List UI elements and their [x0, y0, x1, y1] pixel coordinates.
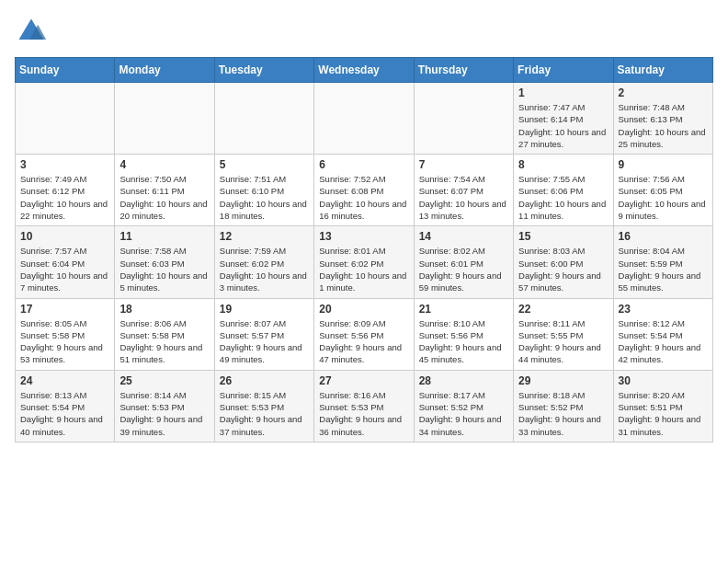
day-info: Sunrise: 7:55 AM Sunset: 6:06 PM Dayligh… [518, 173, 608, 222]
day-info: Sunrise: 7:49 AM Sunset: 6:12 PM Dayligh… [20, 173, 109, 222]
calendar-cell: 14Sunrise: 8:02 AM Sunset: 6:01 PM Dayli… [414, 226, 513, 298]
header [15, 15, 713, 48]
calendar-cell [414, 83, 513, 155]
calendar-cell: 11Sunrise: 7:58 AM Sunset: 6:03 PM Dayli… [115, 226, 214, 298]
calendar-cell: 6Sunrise: 7:52 AM Sunset: 6:08 PM Daylig… [314, 155, 414, 226]
day-number: 16 [619, 230, 708, 243]
day-number: 7 [419, 158, 508, 171]
day-info: Sunrise: 8:07 AM Sunset: 5:57 PM Dayligh… [220, 317, 309, 366]
calendar-cell: 25Sunrise: 8:14 AM Sunset: 5:53 PM Dayli… [115, 370, 214, 442]
calendar-cell: 7Sunrise: 7:54 AM Sunset: 6:07 PM Daylig… [414, 155, 513, 226]
day-number: 3 [20, 158, 109, 171]
weekday-header-friday: Friday [514, 58, 613, 83]
calendar-week-2: 3Sunrise: 7:49 AM Sunset: 6:12 PM Daylig… [16, 155, 713, 226]
calendar-cell: 16Sunrise: 8:04 AM Sunset: 5:59 PM Dayli… [613, 226, 712, 298]
calendar-cell: 19Sunrise: 8:07 AM Sunset: 5:57 PM Dayli… [214, 298, 313, 370]
day-info: Sunrise: 7:52 AM Sunset: 6:08 PM Dayligh… [319, 173, 408, 222]
logo [15, 15, 53, 48]
calendar-cell: 28Sunrise: 8:17 AM Sunset: 5:52 PM Dayli… [414, 370, 513, 442]
day-number: 25 [119, 374, 209, 387]
day-info: Sunrise: 8:11 AM Sunset: 5:55 PM Dayligh… [518, 317, 608, 366]
day-info: Sunrise: 7:59 AM Sunset: 6:02 PM Dayligh… [220, 245, 309, 293]
day-info: Sunrise: 7:51 AM Sunset: 6:10 PM Dayligh… [220, 173, 309, 222]
day-info: Sunrise: 7:50 AM Sunset: 6:11 PM Dayligh… [119, 173, 209, 222]
calendar-cell: 17Sunrise: 8:05 AM Sunset: 5:58 PM Dayli… [16, 298, 115, 370]
calendar-header: SundayMondayTuesdayWednesdayThursdayFrid… [16, 58, 713, 83]
day-number: 12 [220, 230, 309, 243]
day-info: Sunrise: 7:57 AM Sunset: 6:04 PM Dayligh… [20, 245, 109, 293]
calendar-cell: 3Sunrise: 7:49 AM Sunset: 6:12 PM Daylig… [16, 155, 115, 226]
calendar-cell: 12Sunrise: 7:59 AM Sunset: 6:02 PM Dayli… [214, 226, 313, 298]
calendar-cell: 2Sunrise: 7:48 AM Sunset: 6:13 PM Daylig… [613, 83, 712, 155]
weekday-header-saturday: Saturday [613, 58, 712, 83]
day-number: 1 [518, 86, 608, 99]
calendar-cell: 5Sunrise: 7:51 AM Sunset: 6:10 PM Daylig… [214, 155, 313, 226]
calendar-body: 1Sunrise: 7:47 AM Sunset: 6:14 PM Daylig… [16, 83, 713, 442]
day-number: 21 [419, 303, 508, 316]
day-number: 29 [518, 374, 608, 387]
weekday-header-monday: Monday [115, 58, 214, 83]
calendar-cell: 21Sunrise: 8:10 AM Sunset: 5:56 PM Dayli… [414, 298, 513, 370]
weekday-header-wednesday: Wednesday [314, 58, 414, 83]
day-info: Sunrise: 7:58 AM Sunset: 6:03 PM Dayligh… [119, 245, 209, 293]
calendar-cell: 26Sunrise: 8:15 AM Sunset: 5:53 PM Dayli… [214, 370, 313, 442]
day-info: Sunrise: 8:18 AM Sunset: 5:52 PM Dayligh… [518, 389, 608, 438]
calendar-cell [314, 83, 414, 155]
calendar-week-4: 17Sunrise: 8:05 AM Sunset: 5:58 PM Dayli… [16, 298, 713, 370]
day-info: Sunrise: 8:12 AM Sunset: 5:54 PM Dayligh… [619, 317, 708, 366]
day-number: 30 [619, 374, 708, 387]
day-number: 4 [119, 158, 209, 171]
day-number: 28 [419, 374, 508, 387]
day-info: Sunrise: 8:05 AM Sunset: 5:58 PM Dayligh… [20, 317, 109, 366]
calendar-cell: 9Sunrise: 7:56 AM Sunset: 6:05 PM Daylig… [613, 155, 712, 226]
day-number: 22 [518, 303, 608, 316]
day-info: Sunrise: 8:06 AM Sunset: 5:58 PM Dayligh… [119, 317, 209, 366]
logo-icon [15, 15, 48, 48]
day-info: Sunrise: 7:47 AM Sunset: 6:14 PM Dayligh… [518, 101, 608, 150]
day-info: Sunrise: 7:48 AM Sunset: 6:13 PM Dayligh… [619, 101, 708, 150]
day-info: Sunrise: 7:56 AM Sunset: 6:05 PM Dayligh… [619, 173, 708, 222]
weekday-header-row: SundayMondayTuesdayWednesdayThursdayFrid… [16, 58, 713, 83]
day-number: 19 [220, 303, 309, 316]
weekday-header-sunday: Sunday [16, 58, 115, 83]
day-number: 20 [319, 303, 408, 316]
day-info: Sunrise: 7:54 AM Sunset: 6:07 PM Dayligh… [419, 173, 508, 222]
calendar-cell [214, 83, 313, 155]
calendar-table: SundayMondayTuesdayWednesdayThursdayFrid… [15, 57, 713, 442]
page-container: SundayMondayTuesdayWednesdayThursdayFrid… [15, 15, 713, 442]
day-number: 10 [20, 230, 109, 243]
calendar-cell [115, 83, 214, 155]
day-info: Sunrise: 8:13 AM Sunset: 5:54 PM Dayligh… [20, 389, 109, 438]
calendar-week-3: 10Sunrise: 7:57 AM Sunset: 6:04 PM Dayli… [16, 226, 713, 298]
day-number: 6 [319, 158, 408, 171]
day-number: 27 [319, 374, 408, 387]
calendar-cell: 23Sunrise: 8:12 AM Sunset: 5:54 PM Dayli… [613, 298, 712, 370]
day-number: 9 [619, 158, 708, 171]
day-number: 2 [619, 86, 708, 99]
day-info: Sunrise: 8:16 AM Sunset: 5:53 PM Dayligh… [319, 389, 408, 438]
weekday-header-thursday: Thursday [414, 58, 513, 83]
day-number: 17 [20, 303, 109, 316]
day-info: Sunrise: 8:10 AM Sunset: 5:56 PM Dayligh… [419, 317, 508, 366]
day-number: 14 [419, 230, 508, 243]
day-info: Sunrise: 8:15 AM Sunset: 5:53 PM Dayligh… [220, 389, 309, 438]
calendar-cell: 4Sunrise: 7:50 AM Sunset: 6:11 PM Daylig… [115, 155, 214, 226]
day-info: Sunrise: 8:14 AM Sunset: 5:53 PM Dayligh… [119, 389, 209, 438]
day-number: 26 [220, 374, 309, 387]
calendar-cell: 27Sunrise: 8:16 AM Sunset: 5:53 PM Dayli… [314, 370, 414, 442]
calendar-cell: 8Sunrise: 7:55 AM Sunset: 6:06 PM Daylig… [514, 155, 613, 226]
day-number: 5 [220, 158, 309, 171]
day-number: 18 [119, 303, 209, 316]
day-info: Sunrise: 8:09 AM Sunset: 5:56 PM Dayligh… [319, 317, 408, 366]
calendar-cell [16, 83, 115, 155]
day-info: Sunrise: 8:20 AM Sunset: 5:51 PM Dayligh… [619, 389, 708, 438]
calendar-cell: 13Sunrise: 8:01 AM Sunset: 6:02 PM Dayli… [314, 226, 414, 298]
day-info: Sunrise: 8:04 AM Sunset: 5:59 PM Dayligh… [619, 245, 708, 293]
calendar-week-1: 1Sunrise: 7:47 AM Sunset: 6:14 PM Daylig… [16, 83, 713, 155]
day-number: 24 [20, 374, 109, 387]
day-number: 23 [619, 303, 708, 316]
calendar-cell: 30Sunrise: 8:20 AM Sunset: 5:51 PM Dayli… [613, 370, 712, 442]
day-number: 13 [319, 230, 408, 243]
calendar-cell: 22Sunrise: 8:11 AM Sunset: 5:55 PM Dayli… [514, 298, 613, 370]
day-number: 11 [119, 230, 209, 243]
